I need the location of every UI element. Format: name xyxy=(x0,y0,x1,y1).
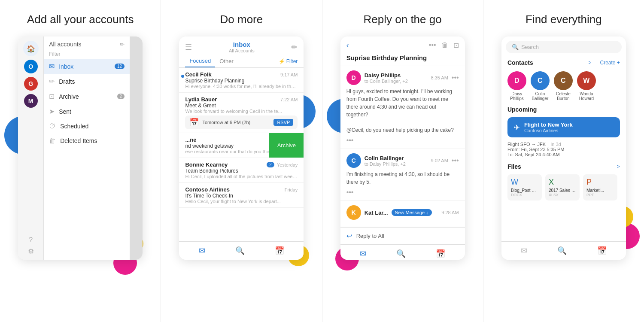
s2-title: Inbox xyxy=(229,41,255,48)
s3-top-bar: ‹ ••• 🗑 ⊡ xyxy=(340,36,465,54)
move-icon[interactable]: ⊡ xyxy=(453,41,459,49)
s2-tabs: Focused Other ⚡ Filter xyxy=(179,55,304,68)
nav-deleted[interactable]: 🗑 Deleted Items xyxy=(44,134,130,148)
archive-overlay[interactable]: Archive xyxy=(269,133,304,158)
contact-name-2: CelesteBurton xyxy=(556,91,571,101)
s3-sender-info-0: Daisy Phillips to Colin Ballinger, +2 xyxy=(365,72,408,84)
files-row: W Blog_Post Draft DOCX X 2017 Sales Re..… xyxy=(501,174,626,200)
rsvp-time: Tomorrow at 6 PM (2h) xyxy=(202,120,250,125)
email-sender-0: Cecil Folk xyxy=(185,71,211,78)
hamburger-icon[interactable]: ☰ xyxy=(185,43,192,52)
email-item-3[interactable]: Bonnie Kearney 2 Yesterday Team Bonding … xyxy=(179,158,304,183)
file-card-0[interactable]: W Blog_Post Draft DOCX xyxy=(507,174,542,200)
email-item-4[interactable]: Contoso Airlines Friday It's Time To Che… xyxy=(179,183,304,208)
email-item-0[interactable]: Cecil Folk 9:17 AM Suprise Birthday Plan… xyxy=(179,68,304,93)
email-item-2[interactable]: ...ne Yesterday nd weekend getaway ese r… xyxy=(179,133,304,158)
email-subject-1: Meet & Greet xyxy=(185,103,298,109)
email-preview-1: We look forward to welcoming Cecil in th… xyxy=(185,109,298,114)
email-item-1[interactable]: Lydia Bauer 7:22 AM Meet & Greet We look… xyxy=(179,93,304,133)
nav-scheduled[interactable]: ⏱ Scheduled xyxy=(44,119,130,134)
flight-card[interactable]: ✈ Flight to New York Contoso Airlines xyxy=(507,117,620,137)
email-row1-3: Bonnie Kearney 2 Yesterday xyxy=(185,161,298,168)
help-icon[interactable]: ? xyxy=(29,236,33,244)
flight-to: To: Sat, Sept 24 4:40 AM xyxy=(507,152,560,157)
sent-label: Sent xyxy=(59,108,71,115)
mail-nav-icon-3[interactable]: ✉ xyxy=(360,249,366,258)
tab-focused[interactable]: Focused xyxy=(185,55,215,67)
section-title-3: Reply on the go xyxy=(364,13,442,26)
files-action[interactable]: > xyxy=(617,164,620,170)
back-icon[interactable]: ‹ xyxy=(346,41,349,50)
create-label[interactable]: Create + xyxy=(600,60,620,66)
contact-2[interactable]: C CelesteBurton xyxy=(554,71,573,101)
file-card-1[interactable]: X 2017 Sales Re... XLSX xyxy=(545,174,580,200)
more-icon[interactable]: ••• xyxy=(429,41,436,49)
mail-nav-icon[interactable]: ✉ xyxy=(199,246,205,255)
home-icon[interactable]: 🏠 xyxy=(23,41,39,56)
contact-0[interactable]: D DaisyPhillips xyxy=(507,71,526,101)
nav-inbox[interactable]: ✉ Inbox 12 xyxy=(44,59,130,74)
s2-filter[interactable]: ⚡ Filter xyxy=(279,58,298,64)
s3-message-2: K Kat Lar... New Message ↓ 9:28 AM xyxy=(340,201,465,227)
calendar-icon: 📅 xyxy=(189,118,199,127)
new-message-badge[interactable]: New Message ↓ xyxy=(392,209,432,216)
nav-archive[interactable]: ⊡ Archive 2 xyxy=(44,89,130,104)
s3-msg-header-2: K Kat Lar... New Message ↓ 9:28 AM xyxy=(346,205,459,220)
nav-drafts[interactable]: ✏ Drafts xyxy=(44,74,130,89)
search-nav-icon-3[interactable]: 🔍 xyxy=(396,249,406,258)
calendar-nav-icon[interactable]: 📅 xyxy=(275,246,284,255)
search-nav-icon-4[interactable]: 🔍 xyxy=(557,246,567,255)
section-title-4: Find everything xyxy=(526,13,602,26)
archive-icon: ⊡ xyxy=(49,92,55,100)
contacts-chevron[interactable]: > xyxy=(589,60,592,66)
s3-nav-bar: ✉ 🔍 📅 xyxy=(340,244,465,260)
email-preview-4: Hello Cecil, your flight to New York is … xyxy=(185,199,298,204)
compose-icon-2[interactable]: ✏ xyxy=(291,43,298,52)
mail-icon[interactable]: M xyxy=(24,94,38,108)
contacts-label: Contacts xyxy=(507,59,533,66)
mail-nav-icon-4[interactable]: ✉ xyxy=(521,246,527,255)
file-icon-ppt: P xyxy=(586,178,614,187)
s3-msg-more-1[interactable]: ••• xyxy=(452,157,459,164)
outlook-icon[interactable]: O xyxy=(24,60,38,73)
scheduled-icon: ⏱ xyxy=(49,122,56,130)
rsvp-button[interactable]: RSVP xyxy=(273,119,293,126)
file-card-2[interactable]: P Marketi... PPT xyxy=(583,174,617,200)
calendar-nav-icon-3[interactable]: 📅 xyxy=(436,249,445,258)
contact-3[interactable]: W WandaHoward xyxy=(577,71,596,101)
contact-avatar-3: W xyxy=(577,71,596,90)
settings-icon[interactable]: ⚙ xyxy=(28,247,34,255)
section-reply: Reply on the go ‹ ••• 🗑 ⊡ Suprise Birthd… xyxy=(322,0,483,322)
s3-msg-more-0[interactable]: ••• xyxy=(452,74,459,82)
s2-header: ☰ Inbox All Accounts ✏ xyxy=(179,36,304,55)
contacts-row: D DaisyPhillips C ColinBallinger C Celes… xyxy=(501,68,626,104)
archive-badge: 2 xyxy=(117,94,125,99)
s1-gray-bar xyxy=(130,36,143,260)
s1-phone-inner: 🏠 O G M ? ⚙ All accounts ✏ Filter xyxy=(18,36,143,260)
flight-title: Flight to New York xyxy=(524,122,573,128)
flight-from: From: Fri, Sept 23 5:35 PM xyxy=(507,147,565,152)
s3-msg-header-0: D Daisy Phillips to Colin Ballinger, +2 … xyxy=(346,70,459,85)
email-time-0: 9:17 AM xyxy=(280,72,298,77)
delete-icon[interactable]: 🗑 xyxy=(441,41,448,49)
google-icon[interactable]: G xyxy=(24,77,38,91)
email-sender-1: Lydia Bauer xyxy=(185,96,217,103)
email-time-4: Friday xyxy=(285,187,298,192)
s3-reply-bar[interactable]: ↩ Reply to All xyxy=(340,227,465,244)
s3-sender-1: Colin Ballinger xyxy=(365,155,406,161)
file-name-0: Blog_Post Draft xyxy=(511,188,538,193)
file-icon-word: W xyxy=(511,178,538,187)
nav-sent[interactable]: ➤ Sent xyxy=(44,104,130,119)
s1-main: All accounts ✏ Filter ✉ Inbox 12 ✏ Draft… xyxy=(44,36,130,260)
s3-sender-info-2: Kat Lar... xyxy=(365,210,388,216)
flight-icon: ✈ xyxy=(513,123,520,132)
search-bar[interactable]: 🔍 Search xyxy=(506,41,622,53)
compose-icon[interactable]: ✏ xyxy=(120,41,125,48)
tab-other[interactable]: Other xyxy=(215,55,238,67)
contact-1[interactable]: C ColinBallinger xyxy=(531,71,550,101)
email-sender-3: Bonnie Kearney xyxy=(185,161,228,168)
calendar-nav-icon-4[interactable]: 📅 xyxy=(597,246,607,255)
filter-label-2: Filter xyxy=(286,58,298,64)
section-domore: Do more ☰ Inbox All Accounts ✏ Focused O… xyxy=(161,0,322,322)
search-nav-icon[interactable]: 🔍 xyxy=(235,246,245,255)
